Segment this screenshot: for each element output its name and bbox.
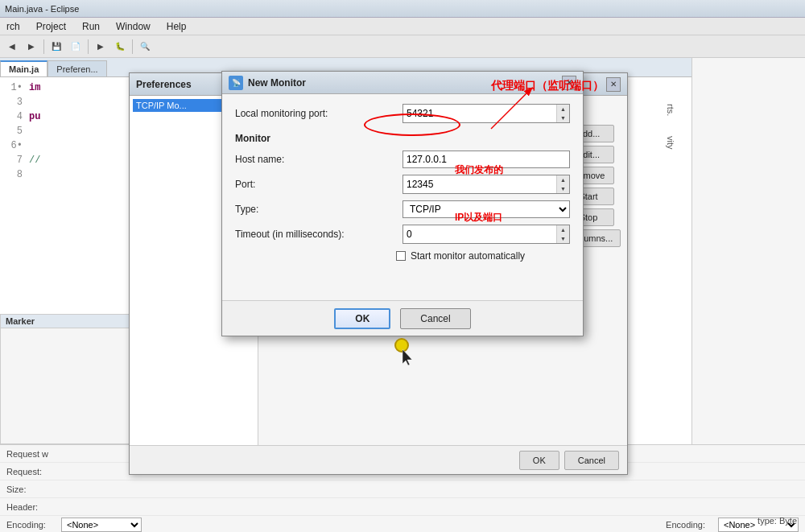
local-port-input-container: ▲ ▼ (402, 104, 570, 123)
port-spinner: ▲ ▼ (556, 175, 569, 193)
type-row: Type: TCP/IP (235, 200, 570, 218)
toolbar-run[interactable]: ▶ (92, 38, 109, 56)
new-monitor-close-button[interactable]: ✕ (562, 76, 576, 90)
preferences-close-button[interactable]: ✕ (606, 77, 621, 92)
bottom-row-header: Header: (0, 498, 805, 516)
new-monitor-dialog: 📡 New Monitor ✕ Local monitoring port: ▲… (221, 71, 584, 336)
preferences-footer: OK Cancel (130, 445, 627, 474)
pref-ok-button[interactable]: OK (519, 451, 559, 470)
menu-search[interactable]: rch (3, 19, 23, 34)
timeout-input-container: ▲ ▼ (402, 225, 570, 244)
local-port-down[interactable]: ▼ (557, 113, 569, 122)
tab-main-java[interactable]: Main.ja (0, 60, 47, 76)
host-input[interactable] (402, 151, 570, 168)
marker-title: Marker (1, 315, 136, 328)
label-requestw: Request w (6, 449, 55, 459)
menu-bar: rch Project Run Window Help (0, 18, 805, 35)
toolbar-debug[interactable]: 🐛 (111, 38, 129, 56)
new-monitor-ok-button[interactable]: OK (334, 308, 390, 329)
label-header: Header: (6, 502, 55, 512)
host-row: Host name: (235, 151, 570, 168)
port-down[interactable]: ▼ (557, 184, 569, 193)
auto-start-checkbox[interactable] (396, 251, 406, 261)
toolbar: ◀ ▶ 💾 📄 ▶ 🐛 🔍 (0, 35, 805, 58)
pref-cancel-button[interactable]: Cancel (564, 451, 619, 470)
panel-vity-label: vity (666, 136, 675, 150)
port-up[interactable]: ▲ (557, 175, 569, 184)
menu-run[interactable]: Run (79, 19, 103, 34)
menu-project[interactable]: Project (33, 19, 69, 34)
local-port-row: Local monitoring port: ▲ ▼ (235, 104, 570, 123)
port-row: Port: ▲ ▼ (235, 175, 570, 194)
marker-bar: Marker (0, 314, 137, 444)
timeout-spinner: ▲ ▼ (556, 225, 569, 243)
host-label: Host name: (235, 154, 396, 165)
toolbar-new[interactable]: 📄 (67, 38, 85, 56)
label-encoding-right: Encoding: (666, 520, 705, 530)
timeout-row: Timeout (in milliseconds): ▲ ▼ (235, 225, 570, 244)
local-port-label: Local monitoring port: (235, 108, 396, 119)
new-monitor-title-bar: 📡 New Monitor ✕ (222, 72, 583, 94)
port-input-container: ▲ ▼ (402, 175, 570, 194)
timeout-input[interactable] (403, 225, 556, 243)
timeout-label: Timeout (in milliseconds): (235, 229, 396, 240)
type-byte-label: type: Byte (758, 516, 797, 526)
bottom-row-encoding: Encoding: <None> Encoding: <None> (0, 516, 805, 532)
monitor-section-label: Monitor (235, 133, 570, 144)
label-size: Size: (6, 485, 55, 494)
checkbox-row: Start monitor automatically (235, 250, 570, 262)
menu-help[interactable]: Help (163, 19, 190, 34)
toolbar-sep-2 (88, 39, 89, 54)
label-request: Request: (6, 467, 55, 476)
panel-rts-label: rts. (666, 104, 675, 116)
type-select[interactable]: TCP/IP (402, 200, 570, 218)
new-monitor-cancel-button[interactable]: Cancel (400, 308, 470, 329)
new-monitor-body: Local monitoring port: ▲ ▼ Monitor Host … (222, 94, 583, 271)
eclipse-background: Main.java - Eclipse rch Project Run Wind… (0, 0, 805, 532)
new-monitor-title: New Monitor (248, 77, 562, 89)
toolbar-fwd[interactable]: ▶ (23, 38, 40, 56)
local-port-spinner: ▲ ▼ (556, 105, 569, 122)
timeout-up[interactable]: ▲ (557, 225, 569, 234)
tab-preferences[interactable]: Preferen... (47, 60, 106, 76)
bottom-row-size: Size: (0, 480, 805, 498)
encoding-select-left[interactable]: <None> (61, 518, 142, 532)
title-bar: Main.java - Eclipse (0, 0, 805, 18)
label-encoding: Encoding: (6, 520, 55, 530)
port-input[interactable] (403, 175, 556, 193)
port-label: Port: (235, 179, 396, 190)
menu-window[interactable]: Window (113, 19, 154, 34)
toolbar-back[interactable]: ◀ (3, 38, 21, 56)
toolbar-sep-3 (132, 39, 133, 54)
auto-start-label: Start monitor automatically (411, 250, 525, 262)
new-monitor-footer: OK Cancel (222, 300, 583, 336)
toolbar-sep-1 (43, 39, 44, 54)
timeout-down[interactable]: ▼ (557, 234, 569, 243)
new-monitor-icon: 📡 (229, 76, 243, 90)
preferences-title: Preferences (136, 79, 192, 90)
local-port-input[interactable] (403, 105, 556, 122)
local-port-up[interactable]: ▲ (557, 105, 569, 113)
toolbar-save[interactable]: 💾 (47, 38, 65, 56)
type-label: Type: (235, 204, 396, 215)
toolbar-search[interactable]: 🔍 (136, 38, 154, 56)
window-title: Main.java - Eclipse (5, 4, 79, 14)
